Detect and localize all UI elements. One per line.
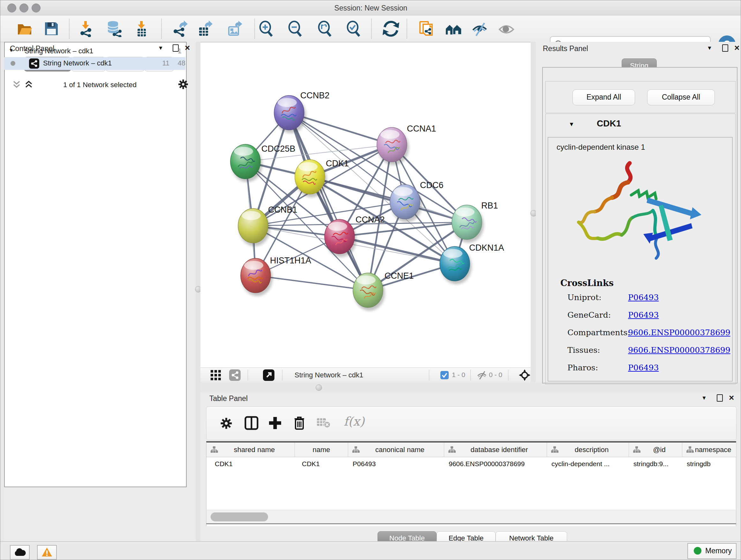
refresh-button[interactable] [383, 20, 399, 37]
network-node-CDC6[interactable]: CDC6 [390, 180, 444, 222]
gene-detail-box: cyclin-dependent kinase 1 [548, 137, 733, 381]
zoom-fit-icon [317, 20, 333, 37]
crosslink-row: Tissues:9606.ENSP00000378699 [567, 346, 727, 363]
zoom-out-button[interactable] [287, 20, 304, 37]
network-badge-gray-icon[interactable] [229, 369, 241, 381]
import-network-file-button[interactable] [78, 20, 94, 37]
scrollbar-thumb[interactable] [211, 512, 268, 521]
toolbar-separator [161, 19, 162, 39]
network-node-CDK1[interactable]: CDK1 [295, 159, 349, 197]
horizontal-splitter-handle[interactable] [316, 384, 322, 391]
zoom-fit-button[interactable] [317, 20, 333, 37]
cell--id[interactable]: stringdb:9... [629, 457, 682, 470]
open-in-new-icon[interactable] [263, 369, 274, 381]
export-table-icon [197, 20, 213, 37]
network-graph[interactable]: CCNB2CCNA1CDC25BCDK1CDC6RB1CCNB1CCNA2CDK… [200, 43, 531, 368]
title-bar: Session: New Session [0, 0, 741, 16]
export-table-button[interactable] [197, 20, 213, 37]
column-header-name[interactable]: name [295, 442, 348, 457]
cell-description[interactable]: cyclin-dependent ... [547, 457, 629, 470]
warning-icon [42, 547, 52, 557]
gene-expand-icon[interactable]: ▼ [569, 121, 575, 128]
zoom-selected-button[interactable] [345, 20, 362, 37]
disabled-eye-button [498, 20, 515, 37]
cloud-status-button[interactable] [10, 545, 30, 560]
node-label-CCNB2: CCNB2 [300, 91, 330, 100]
table-panel-close-icon[interactable]: × [729, 394, 734, 401]
cell-shared-name[interactable]: CDK1 [206, 457, 295, 470]
hidden-eye-slash-icon[interactable] [477, 370, 487, 380]
network-node-CCNB2[interactable]: CCNB2 [274, 91, 330, 133]
node-label-CCNA2: CCNA2 [355, 215, 385, 225]
table-panel-maximize-icon[interactable] [717, 394, 723, 401]
export-image-button[interactable] [226, 20, 243, 37]
show-columns-button[interactable] [244, 416, 259, 432]
cell-namespace[interactable]: stringdb [682, 457, 737, 470]
status-separator [508, 370, 509, 381]
crosslink-value-link[interactable]: 9606.ENSP00000378699 [628, 328, 731, 337]
column-tree-icon [633, 446, 641, 453]
column-header-database-identifier[interactable]: database identifier [444, 442, 547, 457]
table-horizontal-scrollbar[interactable] [207, 510, 736, 523]
table-panel-float-icon[interactable]: ▼ [701, 395, 707, 401]
cell-database-identifier[interactable]: 9606.ENSP00000378699 [444, 457, 547, 470]
column-header-namespace[interactable]: namespace [682, 442, 737, 457]
add-column-button[interactable] [268, 416, 282, 432]
network-canvas[interactable]: CCNB2CCNA1CDC25BCDK1CDC6RB1CCNB1CCNA2CDK… [200, 43, 531, 368]
right-splitter[interactable] [531, 42, 536, 382]
network-edge[interactable] [340, 237, 455, 264]
crosslink-value-link[interactable]: 9606.ENSP00000378699 [628, 346, 731, 355]
network-collection-row[interactable]: ▼ String Network – cdk1 1 [4, 46, 185, 58]
collapse-all-networks-button[interactable] [12, 79, 21, 91]
left-splitter[interactable] [196, 42, 200, 541]
warnings-button[interactable] [37, 545, 57, 560]
zoom-in-icon [258, 20, 274, 37]
trash-icon [292, 415, 307, 430]
expand-all-networks-button[interactable] [24, 79, 33, 91]
export-network-button[interactable] [172, 20, 188, 37]
string-home-button[interactable] [445, 20, 462, 37]
collapse-all-button[interactable]: Collapse All [647, 89, 715, 105]
import-table-file-button[interactable] [133, 20, 150, 37]
cell-canonical-name[interactable]: P06493 [348, 457, 444, 470]
show-hide-results-button[interactable] [472, 20, 488, 37]
results-panel-close-icon[interactable]: × [734, 44, 739, 51]
column-header--id[interactable]: @id [629, 442, 682, 457]
control-panel-close-icon[interactable]: × [185, 44, 190, 51]
expand-all-button[interactable]: Expand All [572, 89, 635, 105]
crosslink-value-link[interactable]: P06493 [628, 363, 659, 372]
node-label-CDC25B: CDC25B [261, 144, 295, 153]
network-node-RB1[interactable]: RB1 [452, 201, 498, 243]
results-panel-maximize-icon[interactable] [722, 44, 728, 52]
gene-description: cyclin-dependent kinase 1 [556, 143, 645, 152]
memory-button[interactable]: Memory [687, 543, 737, 559]
network-row-selected[interactable]: String Network – cdk1 11 48 [4, 57, 185, 70]
import-network-from-database-button[interactable] [106, 20, 123, 37]
network-node-HIST1H1A[interactable]: HIST1H1A [241, 256, 311, 296]
string-import-button[interactable] [419, 20, 435, 37]
fit-content-crosshair-icon[interactable] [518, 369, 531, 381]
column-header-canonical-name[interactable]: canonical name [348, 442, 444, 457]
crosslink-value-link[interactable]: P06493 [628, 310, 659, 320]
import-table-icon [133, 20, 150, 37]
save-session-button[interactable] [43, 20, 60, 37]
open-session-button[interactable] [17, 20, 33, 37]
cell-name[interactable]: CDK1 [295, 457, 348, 470]
table-settings-button[interactable] [219, 416, 233, 432]
network-node-CCNE1[interactable]: CCNE1 [353, 271, 414, 311]
network-selection-status: 1 of 1 Network selected [36, 81, 164, 89]
network-node-CCNA2[interactable]: CCNA2 [325, 215, 385, 257]
crosslink-value-link[interactable]: P06493 [628, 293, 659, 302]
network-options-button[interactable] [177, 78, 189, 91]
delete-column-button[interactable] [292, 415, 307, 432]
column-header-description[interactable]: description [547, 442, 629, 457]
zoom-in-button[interactable] [258, 20, 274, 37]
birds-eye-view-icon[interactable] [211, 370, 221, 380]
node-label-HIST1H1A: HIST1H1A [270, 256, 311, 265]
results-panel-float-icon[interactable]: ▼ [707, 45, 712, 51]
plus-icon [268, 416, 282, 430]
column-header-shared-name[interactable]: shared name [206, 442, 295, 457]
tree-expand-icon[interactable]: ▼ [9, 48, 14, 53]
selected-checkbox-icon[interactable] [441, 371, 449, 379]
network-node-CDKN1A[interactable]: CDKN1A [440, 243, 504, 284]
